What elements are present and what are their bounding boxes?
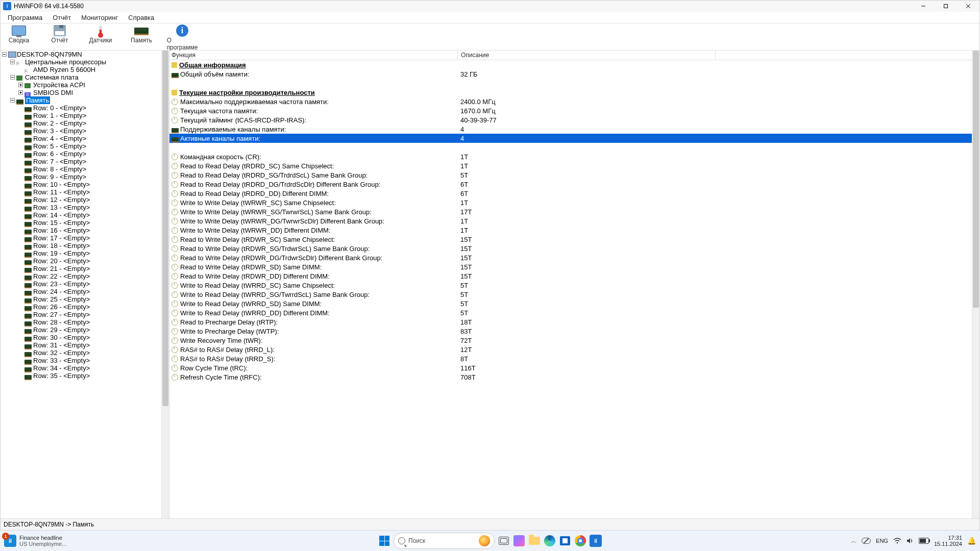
tool-memory[interactable]: Память xyxy=(127,24,156,44)
col-function[interactable]: Функция xyxy=(169,51,458,60)
section-header[interactable]: Текущие настройки производительности xyxy=(169,88,972,97)
onedrive-icon[interactable] xyxy=(862,538,871,544)
tree-memory-row[interactable]: Row: 16 - <Empty> xyxy=(1,227,162,234)
prop-row[interactable]: Максимально поддерживаемая частота памят… xyxy=(169,97,972,106)
tree-memory-row[interactable]: Row: 13 - <Empty> xyxy=(1,204,162,211)
battery-icon[interactable] xyxy=(919,538,929,544)
prop-row[interactable]: Общий объём памяти:32 ГБ xyxy=(169,69,972,79)
start-button[interactable] xyxy=(378,535,390,547)
prop-row[interactable]: Поддерживаемые каналы памяти:4 xyxy=(169,124,972,134)
wifi-icon[interactable] xyxy=(893,538,901,544)
prop-row[interactable]: Write to Write Delay (tWRWR_SC) Same Chi… xyxy=(169,198,972,207)
tree-memory-row[interactable]: Row: 29 - <Empty> xyxy=(1,326,162,334)
tree-memory-row[interactable]: Row: 32 - <Empty> xyxy=(1,349,162,357)
menu-программа[interactable]: Программа xyxy=(3,13,47,22)
language-indicator[interactable]: ENG xyxy=(876,538,888,544)
tree-memory-row[interactable]: Row: 28 - <Empty> xyxy=(1,318,162,326)
prop-row[interactable]: Read to Write Delay (tRDWR_DG/TrdwrScDlr… xyxy=(169,253,972,262)
tree-motherboard[interactable]: Системная плата xyxy=(1,73,162,81)
detail-scrollbar[interactable] xyxy=(972,51,979,518)
prop-row[interactable]: Read to Read Delay (tRDRD_DG/TrdrdScDlr)… xyxy=(169,180,972,189)
tree-memory-row[interactable]: Row: 34 - <Empty> xyxy=(1,364,162,372)
tree-memory-row[interactable]: Row: 23 - <Empty> xyxy=(1,280,162,288)
copilot-button[interactable] xyxy=(513,535,525,547)
prop-row[interactable]: RAS# to RAS# Delay (tRRD_L):12T xyxy=(169,345,972,354)
tree-memory-row[interactable]: Row: 25 - <Empty> xyxy=(1,295,162,303)
tree-root[interactable]: DESKTOP-8QN79MN xyxy=(1,51,162,58)
tree-memory-row[interactable]: Row: 21 - <Empty> xyxy=(1,265,162,272)
prop-row[interactable]: Read to Write Delay (tRDWR_SG/TrdwrScL) … xyxy=(169,244,972,253)
tree-memory-row[interactable]: Row: 14 - <Empty> xyxy=(1,211,162,219)
tool-about[interactable]: iО программе xyxy=(168,24,197,51)
tree-memory-row[interactable]: Row: 2 - <Empty> xyxy=(1,119,162,127)
prop-row[interactable]: Write to Read Delay (tWRRD_SG/TwrrdScL) … xyxy=(169,290,972,299)
minimize-button[interactable] xyxy=(912,1,935,12)
tree-memory-row[interactable]: Row: 20 - <Empty> xyxy=(1,257,162,265)
tree-memory-row[interactable]: Row: 9 - <Empty> xyxy=(1,173,162,181)
notifications-button[interactable]: 🔔 xyxy=(967,537,976,545)
widgets-button[interactable]: il1 Finance headline US Unemployme... xyxy=(0,535,66,547)
tree-acpi[interactable]: Устройства ACPI xyxy=(1,81,162,89)
prop-row[interactable]: Read to Write Delay (tRDWR_DD) Different… xyxy=(169,271,972,281)
tree-memory-row[interactable]: Row: 11 - <Empty> xyxy=(1,188,162,196)
tree-memory-row[interactable]: Row: 12 - <Empty> xyxy=(1,196,162,204)
maximize-button[interactable] xyxy=(935,1,957,12)
tree-memory-row[interactable]: Row: 17 - <Empty> xyxy=(1,234,162,242)
prop-row[interactable]: Write to Precharge Delay (tWTP):83T xyxy=(169,327,972,336)
prop-row[interactable]: Write to Write Delay (tWRWR_DD) Differen… xyxy=(169,226,972,235)
tree-smbios[interactable]: DSMBIOS DMI xyxy=(1,89,162,96)
task-view-button[interactable] xyxy=(498,535,510,547)
prop-row[interactable]: Write to Write Delay (tWRWR_SG/TwrwrScL)… xyxy=(169,207,972,216)
tree-memory-row[interactable]: Row: 30 - <Empty> xyxy=(1,334,162,341)
prop-row[interactable]: Write Recovery Time (tWR):72T xyxy=(169,336,972,345)
tree-memory-row[interactable]: Row: 4 - <Empty> xyxy=(1,135,162,142)
volume-icon[interactable] xyxy=(906,538,914,544)
tree-memory-row[interactable]: Row: 15 - <Empty> xyxy=(1,219,162,227)
tree-memory-row[interactable]: Row: 33 - <Empty> xyxy=(1,357,162,364)
tree-memory[interactable]: Память xyxy=(1,96,162,104)
tool-sensors[interactable]: Датчики xyxy=(86,24,115,44)
prop-row[interactable]: Текущий тайминг (tCAS-tRCD-tRP-tRAS):40-… xyxy=(169,115,972,124)
prop-row[interactable]: Активные каналы памяти:4 xyxy=(169,134,972,143)
tree-cpu-group[interactable]: ⎘Центральные процессоры xyxy=(1,58,162,66)
menu-отчёт[interactable]: Отчёт xyxy=(47,13,76,22)
tree-memory-row[interactable]: Row: 6 - <Empty> xyxy=(1,150,162,158)
prop-row[interactable]: Read to Read Delay (tRDRD_SG/TrdrdScL) S… xyxy=(169,170,972,180)
tree-memory-row[interactable]: Row: 0 - <Empty> xyxy=(1,104,162,112)
close-button[interactable] xyxy=(957,1,979,12)
prop-row[interactable]: Read to Read Delay (tRDRD_DD) Different … xyxy=(169,189,972,198)
prop-row[interactable]: Текущая частота памяти:1670.0 МГц xyxy=(169,106,972,115)
tree-memory-row[interactable]: Row: 35 - <Empty> xyxy=(1,372,162,380)
tree-memory-row[interactable]: Row: 8 - <Empty> xyxy=(1,165,162,173)
tree-cpu[interactable]: ⎘AMD Ryzen 5 6600H xyxy=(1,66,162,73)
col-description[interactable]: Описание xyxy=(458,51,716,60)
prop-row[interactable]: Write to Read Delay (tWRRD_DD) Different… xyxy=(169,308,972,317)
section-header[interactable]: Общая информация xyxy=(169,60,972,69)
tree-memory-row[interactable]: Row: 7 - <Empty> xyxy=(1,158,162,165)
tree-memory-row[interactable]: Row: 24 - <Empty> xyxy=(1,288,162,295)
tool-summary[interactable]: Сводка xyxy=(5,24,33,44)
clock-button[interactable]: 17:31 15.11.2024 xyxy=(934,535,962,547)
tray-overflow-button[interactable]: ︿ xyxy=(851,537,856,545)
tool-report[interactable]: Отчёт xyxy=(45,24,74,44)
tree-memory-row[interactable]: Row: 22 - <Empty> xyxy=(1,272,162,280)
chrome-button[interactable] xyxy=(574,535,586,547)
tree-memory-row[interactable]: Row: 19 - <Empty> xyxy=(1,249,162,257)
prop-row[interactable]: RAS# to RAS# Delay (tRRD_S):8T xyxy=(169,354,972,363)
tree-memory-row[interactable]: Row: 18 - <Empty> xyxy=(1,242,162,249)
prop-row[interactable]: Командная скорость (CR):1T xyxy=(169,152,972,161)
tree-memory-row[interactable]: Row: 27 - <Empty> xyxy=(1,311,162,318)
prop-row[interactable]: Read to Precharge Delay (tRTP):18T xyxy=(169,317,972,327)
tree-memory-row[interactable]: Row: 10 - <Empty> xyxy=(1,181,162,188)
tree-scrollbar[interactable] xyxy=(161,51,169,518)
tree-memory-row[interactable]: Row: 1 - <Empty> xyxy=(1,112,162,119)
taskbar-search[interactable]: Поиск xyxy=(394,533,495,549)
prop-row[interactable]: Row Cycle Time (tRC):116T xyxy=(169,363,972,372)
hwinfo-taskbar-button[interactable]: il xyxy=(590,535,602,547)
prop-row[interactable]: Read to Read Delay (tRDRD_SC) Same Chips… xyxy=(169,161,972,170)
prop-row[interactable]: Write to Read Delay (tWRRD_SD) Same DIMM… xyxy=(169,299,972,308)
prop-row[interactable]: Read to Write Delay (tRDWR_SC) Same Chip… xyxy=(169,235,972,244)
menu-справка[interactable]: Справка xyxy=(123,13,159,22)
menu-мониторинг[interactable]: Мониторинг xyxy=(76,13,123,22)
tree-memory-row[interactable]: Row: 5 - <Empty> xyxy=(1,142,162,150)
